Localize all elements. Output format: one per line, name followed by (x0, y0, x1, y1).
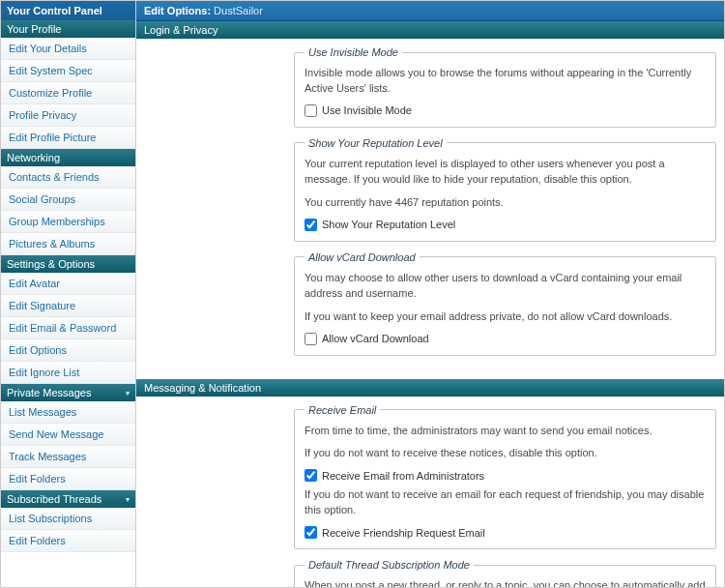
sidebar-group-label: Subscribed Threads (7, 493, 102, 505)
option-checkbox-label: Receive Friendship Request Email (322, 527, 485, 539)
option-fieldset: Receive EmailFrom time to time, the admi… (294, 404, 716, 550)
sidebar-item[interactable]: Group Memberships (1, 211, 135, 233)
sidebar-title: Your Control Panel (1, 1, 135, 20)
sidebar-item[interactable]: Edit Email & Password (1, 317, 135, 339)
sidebar-group-head[interactable]: Networking (1, 149, 135, 166)
option-checkbox-label: Receive Email from Administrators (322, 470, 484, 482)
option-checkbox[interactable] (304, 526, 317, 539)
sidebar-item[interactable]: Edit System Spec (1, 60, 135, 82)
option-fieldset: Default Thread Subscription ModeWhen you… (294, 559, 716, 587)
sidebar-item[interactable]: Customize Profile (1, 82, 135, 104)
fieldset-legend: Allow vCard Download (304, 251, 420, 263)
option-checkbox-label: Allow vCard Download (322, 333, 429, 344)
sidebar-item[interactable]: Social Groups (1, 189, 135, 211)
page-title-prefix: Edit Options: (144, 5, 211, 16)
option-description: When you post a new thread, or reply to … (304, 578, 706, 587)
sidebar-group-label: Private Messages (7, 387, 91, 398)
sidebar-item[interactable]: Track Messages (1, 446, 135, 468)
option-fieldset: Allow vCard DownloadYou may choose to al… (294, 251, 716, 356)
chevron-down-icon: ▾ (126, 389, 130, 397)
sidebar-group-head[interactable]: Your Profile (1, 20, 135, 38)
sidebar-item[interactable]: Edit Folders (1, 530, 135, 552)
sidebar-item[interactable]: Contacts & Friends (1, 166, 135, 189)
option-checkbox-label: Use Invisible Mode (322, 104, 412, 116)
sidebar: Your Control Panel Your ProfileEdit Your… (1, 1, 136, 587)
sidebar-item[interactable]: Edit Options (1, 339, 135, 362)
sidebar-group-label: Your Profile (7, 23, 61, 35)
sidebar-item[interactable]: Edit Your Details (1, 38, 135, 60)
sidebar-item[interactable]: Send New Message (1, 424, 135, 446)
sidebar-item[interactable]: List Subscriptions (1, 508, 135, 530)
option-fieldset: Show Your Reputation LevelYour current r… (294, 137, 716, 242)
sidebar-group-label: Networking (7, 152, 60, 163)
sidebar-group-head[interactable]: Subscribed Threads▾ (1, 490, 135, 508)
option-description: Your current reputation level is display… (304, 157, 706, 188)
sidebar-item[interactable]: Edit Profile Picture (1, 127, 135, 149)
option-description: If you want to keep your email address p… (304, 309, 706, 325)
sidebar-group-head[interactable]: Settings & Options (1, 255, 135, 273)
option-checkbox-row[interactable]: Receive Email from Administrators (304, 469, 706, 482)
option-checkbox[interactable] (304, 104, 317, 117)
option-checkbox[interactable] (304, 333, 317, 345)
option-checkbox[interactable] (304, 469, 317, 482)
option-checkbox-row[interactable]: Show Your Reputation Level (304, 219, 706, 231)
sidebar-item[interactable]: Edit Avatar (1, 273, 135, 295)
sidebar-item[interactable]: Pictures & Albums (1, 233, 135, 255)
option-checkbox-row[interactable]: Allow vCard Download (304, 333, 706, 345)
option-description: If you do not want to receive an email f… (304, 487, 706, 518)
fieldset-legend: Receive Email (304, 404, 380, 416)
sidebar-group-label: Settings & Options (7, 258, 95, 270)
page-title: Edit Options: DustSailor (136, 1, 724, 21)
option-description: From time to time, the administrators ma… (304, 424, 706, 439)
option-description: If you do not want to receive these noti… (304, 446, 706, 461)
option-checkbox-row[interactable]: Use Invisible Mode (304, 104, 706, 117)
option-description: Invisible mode allows you to browse the … (304, 66, 706, 97)
sidebar-item[interactable]: Edit Ignore List (1, 362, 135, 384)
option-fieldset: Use Invisible ModeInvisible mode allows … (294, 46, 716, 128)
fieldset-legend: Default Thread Subscription Mode (304, 559, 474, 571)
option-checkbox-label: Show Your Reputation Level (322, 219, 455, 230)
section-body: Use Invisible ModeInvisible mode allows … (136, 39, 724, 379)
main-panel: Edit Options: DustSailor Login & Privacy… (136, 1, 724, 587)
option-checkbox-row[interactable]: Receive Friendship Request Email (304, 526, 706, 539)
option-checkbox[interactable] (304, 219, 317, 231)
fieldset-legend: Use Invisible Mode (304, 46, 402, 58)
sidebar-item[interactable]: Profile Privacy (1, 104, 135, 127)
chevron-down-icon: ▾ (126, 495, 130, 504)
fieldset-legend: Show Your Reputation Level (304, 137, 447, 149)
sidebar-item[interactable]: List Messages (1, 401, 135, 424)
option-description: You may choose to allow other users to d… (304, 271, 706, 302)
section-bar: Messaging & Notification (136, 379, 724, 397)
section-body: Receive EmailFrom time to time, the admi… (136, 397, 724, 588)
section-bar: Login & Privacy (136, 21, 724, 39)
option-description: You currently have 4467 reputation point… (304, 195, 706, 211)
sidebar-item[interactable]: Edit Signature (1, 295, 135, 317)
sidebar-item[interactable]: Edit Folders (1, 468, 135, 490)
sidebar-group-head[interactable]: Private Messages▾ (1, 384, 135, 401)
page-title-user: DustSailor (214, 5, 263, 16)
